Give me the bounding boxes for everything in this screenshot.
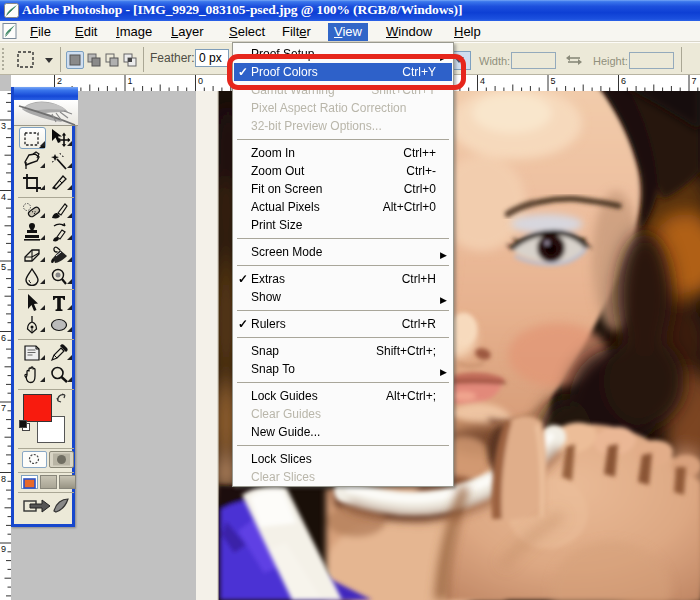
svg-text:5: 5 xyxy=(551,76,556,86)
svg-text:9: 9 xyxy=(1,544,6,554)
svg-text:3: 3 xyxy=(1,121,6,131)
svg-text:2: 2 xyxy=(57,76,62,86)
svg-text:8: 8 xyxy=(1,474,6,484)
svg-text:1: 1 xyxy=(128,76,133,86)
svg-text:4: 4 xyxy=(1,192,6,202)
svg-text:6: 6 xyxy=(621,76,626,86)
svg-text:4: 4 xyxy=(480,76,485,86)
svg-text:6: 6 xyxy=(1,333,6,343)
svg-text:5: 5 xyxy=(1,262,6,272)
svg-text:7: 7 xyxy=(1,403,6,413)
svg-text:7: 7 xyxy=(692,76,697,86)
svg-text:0: 0 xyxy=(198,76,203,86)
